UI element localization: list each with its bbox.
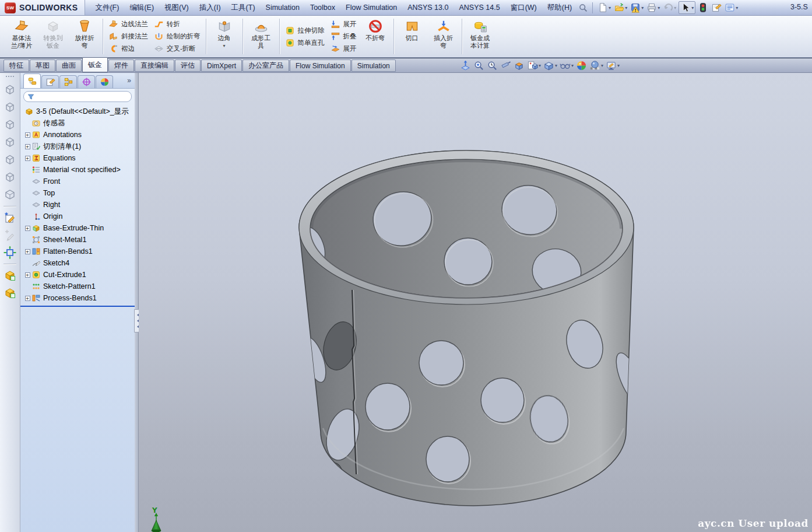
feature-button-2[interactable] bbox=[3, 286, 17, 300]
tab-sketch[interactable]: 草图 bbox=[30, 60, 55, 72]
fold-button[interactable]: 折叠 bbox=[331, 30, 357, 43]
display-style-button[interactable]: ▾ bbox=[543, 60, 558, 71]
view-settings-button[interactable]: ▾ bbox=[605, 60, 620, 71]
extruded-cut-button[interactable]: 拉伸切除 bbox=[285, 24, 325, 37]
save-button[interactable]: ▾ bbox=[630, 2, 644, 13]
expand-toggle-icon[interactable]: + bbox=[25, 132, 30, 138]
tab-evaluate[interactable]: 评估 bbox=[175, 60, 201, 72]
rebuild-button[interactable] bbox=[697, 2, 709, 13]
chevron-down-icon[interactable]: ▾ bbox=[658, 5, 660, 10]
open-document-button[interactable]: ▾ bbox=[613, 2, 628, 13]
view-orientation-button[interactable]: ▾ bbox=[526, 60, 542, 71]
expand-toggle-icon[interactable]: + bbox=[25, 144, 30, 149]
previous-view-button[interactable] bbox=[486, 60, 498, 71]
tab-flow-simulation[interactable]: Flow Simulation bbox=[290, 60, 351, 72]
section-view-button[interactable] bbox=[513, 60, 525, 71]
tree-item-flatten-bends1[interactable]: + Flatten-Bends1 bbox=[22, 246, 135, 257]
base-flange-button[interactable]: 基体法兰/薄片 bbox=[6, 17, 37, 56]
view-cube-button-6[interactable] bbox=[3, 170, 17, 184]
chevron-down-icon[interactable]: ▾ bbox=[571, 63, 574, 68]
chevron-down-icon[interactable]: ▾ bbox=[625, 5, 627, 10]
sketched-bend-button[interactable]: 绘制的折弯 bbox=[154, 30, 201, 43]
tree-item-origin[interactable]: Origin bbox=[22, 211, 135, 222]
move-entity-button[interactable] bbox=[3, 246, 17, 260]
select-button[interactable]: ▾ bbox=[679, 1, 695, 14]
hem-button[interactable]: 褶边 bbox=[108, 43, 148, 55]
tab-surfaces[interactable]: 曲面 bbox=[56, 60, 82, 72]
displaymanager-tab[interactable] bbox=[96, 75, 113, 88]
tab-direct-editing[interactable]: 直接编辑 bbox=[135, 60, 174, 72]
menu-item[interactable]: 插入(I) bbox=[194, 0, 226, 15]
menu-item[interactable]: Simulation bbox=[261, 0, 305, 15]
jog-button[interactable]: 转折 bbox=[154, 18, 201, 30]
tab-weldments[interactable]: 焊件 bbox=[108, 60, 134, 72]
insert-bends-button[interactable]: 插入折弯 bbox=[428, 17, 459, 56]
chevron-down-icon[interactable]: ▾ bbox=[601, 63, 603, 68]
chevron-down-icon[interactable]: ▾ bbox=[617, 63, 620, 68]
tree-item-cutlist[interactable]: + 切割清单(1) bbox=[22, 141, 135, 152]
view-cube-button-1[interactable] bbox=[3, 83, 17, 97]
panel-splitter[interactable] bbox=[135, 73, 139, 532]
new-document-button[interactable]: ▾ bbox=[597, 2, 611, 13]
propertymanager-tab[interactable] bbox=[41, 75, 59, 88]
zoom-to-fit-button[interactable] bbox=[459, 60, 472, 71]
panel-more-chevron[interactable]: » bbox=[127, 76, 131, 85]
menu-item[interactable]: 编辑(E) bbox=[124, 0, 159, 15]
lofted-bend-button[interactable]: 放样折弯 bbox=[69, 17, 100, 56]
tree-root-part[interactable]: 3-5 (Default<<Default>_显示 bbox=[22, 106, 135, 117]
miter-flange-button[interactable]: 斜接法兰 bbox=[108, 30, 148, 43]
rollback-bar[interactable] bbox=[20, 306, 135, 307]
flatten-button[interactable]: 展开 bbox=[331, 43, 357, 55]
tree-item-material[interactable]: Material <not specified> bbox=[22, 164, 135, 176]
print-button[interactable]: ▾ bbox=[646, 2, 660, 13]
menu-item[interactable]: 文件(F) bbox=[90, 0, 124, 15]
tree-item-sensors[interactable]: 传感器 bbox=[22, 117, 135, 129]
feature-button-1[interactable] bbox=[3, 268, 17, 282]
unfold-button[interactable]: 展开 bbox=[331, 18, 357, 30]
display-settings-button[interactable]: ▾ bbox=[724, 2, 739, 13]
apply-scene-button[interactable]: ▾ bbox=[589, 60, 604, 71]
menu-item[interactable]: 工具(T) bbox=[226, 0, 261, 15]
edit-sketch-button[interactable] bbox=[3, 228, 17, 242]
convert-to-sheet-metal-button[interactable]: 转换到钣金 bbox=[37, 17, 69, 56]
expand-toggle-icon[interactable]: + bbox=[25, 272, 30, 278]
view-isometric-button[interactable] bbox=[3, 188, 17, 202]
tree-item-sheet-metal1[interactable]: Sheet-Metal1 bbox=[22, 234, 135, 246]
hide-show-items-button[interactable]: ▾ bbox=[559, 60, 574, 71]
tab-dimxpert[interactable]: DimXpert bbox=[201, 60, 242, 72]
menu-item[interactable]: 视图(V) bbox=[159, 0, 194, 15]
sheet-metal-cost-button[interactable]: 钣金成本计算 bbox=[465, 17, 496, 56]
expand-toggle-icon[interactable]: + bbox=[25, 226, 30, 231]
graphics-area[interactable]: Y ayc.cn User upload bbox=[139, 73, 812, 532]
chevron-down-icon[interactable]: ▾ bbox=[223, 43, 225, 48]
menu-item[interactable]: Flow Simulation bbox=[340, 0, 402, 15]
tab-features[interactable]: 特征 bbox=[3, 60, 29, 72]
tab-office-products[interactable]: 办公室产品 bbox=[242, 60, 289, 72]
zoom-to-selection-button[interactable] bbox=[500, 60, 512, 71]
new-sketch-button[interactable] bbox=[3, 211, 17, 225]
expand-toggle-icon[interactable]: + bbox=[25, 249, 30, 254]
chevron-down-icon[interactable]: ▾ bbox=[641, 5, 644, 10]
cross-break-button[interactable]: 交叉-折断 bbox=[154, 43, 201, 55]
chevron-down-icon[interactable]: ▾ bbox=[609, 5, 611, 10]
edge-flange-button[interactable]: 边线法兰 bbox=[108, 18, 148, 30]
chevron-down-icon[interactable]: ▾ bbox=[555, 63, 557, 68]
tree-item-sketch-pattern1[interactable]: Sketch-Pattern1 bbox=[22, 281, 135, 292]
forming-tool-button[interactable]: 成形工具 bbox=[245, 17, 277, 56]
options-button[interactable] bbox=[711, 2, 722, 13]
view-cube-button-4[interactable] bbox=[3, 135, 17, 149]
tree-item-right-plane[interactable]: Right bbox=[22, 199, 135, 211]
tree-item-process-bends1[interactable]: + Process-Bends1 bbox=[22, 292, 135, 304]
edit-appearance-button[interactable] bbox=[575, 60, 588, 71]
tab-simulation[interactable]: Simulation bbox=[351, 60, 396, 72]
no-bends-button[interactable]: 不折弯 bbox=[360, 17, 391, 56]
view-cube-button-2[interactable] bbox=[3, 100, 17, 114]
chevron-down-icon[interactable]: ▾ bbox=[539, 63, 541, 68]
menu-item[interactable]: ANSYS 14.5 bbox=[454, 0, 505, 15]
tree-item-annotations[interactable]: + Annotations bbox=[22, 129, 135, 141]
dimxpertmanager-tab[interactable] bbox=[78, 75, 95, 88]
rip-button[interactable]: 切口 bbox=[396, 17, 428, 56]
tree-item-top-plane[interactable]: Top bbox=[22, 187, 135, 199]
tree-item-equations[interactable]: + Equations bbox=[22, 152, 135, 164]
configurationmanager-tab[interactable] bbox=[59, 75, 77, 88]
